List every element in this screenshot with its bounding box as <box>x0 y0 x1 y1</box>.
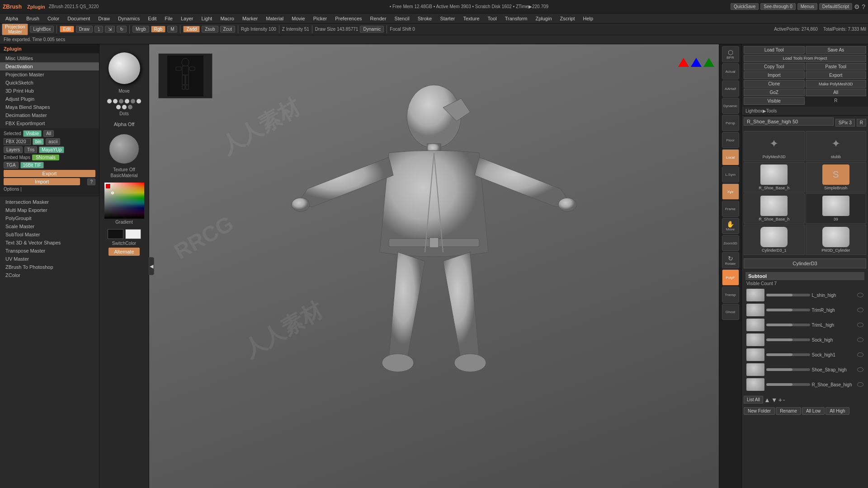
menu-stroke[interactable]: Stroke <box>414 15 436 22</box>
all-fbx-btn[interactable]: All <box>43 130 54 137</box>
frame-btn[interactable]: Frame <box>722 201 739 217</box>
subtool-eye-sock-high1[interactable] <box>857 352 863 357</box>
subtool-slider-trimr-high[interactable] <box>766 309 810 311</box>
tool-pm3d-cylinder[interactable]: PM3D_Cylinder <box>806 225 867 255</box>
16bit-tif-btn[interactable]: 16Bit TIF <box>20 162 44 169</box>
left-item-projection-master[interactable]: Projection Master <box>0 70 99 79</box>
left-item-quicksketch[interactable]: QuickSketch <box>0 79 99 87</box>
left-item-text-3d[interactable]: Text 3D & Vector Shapes <box>0 239 99 247</box>
snormals-btn[interactable]: SNormals <box>32 155 59 160</box>
see-through-btn[interactable]: See-through 0 <box>760 3 795 10</box>
subtool-eye-r-shoe-base-high[interactable] <box>857 382 863 387</box>
export-btn-right[interactable]: Export <box>806 71 867 79</box>
save-as-btn[interactable]: Save As <box>806 46 867 54</box>
transp-btn[interactable]: Transp <box>722 286 739 303</box>
dot-4[interactable] <box>125 99 129 103</box>
dot-3[interactable] <box>119 99 123 103</box>
minus-icon[interactable]: - <box>783 396 785 404</box>
tool-r-shoe-base-h[interactable]: R_Shoe_Base_h <box>744 162 805 192</box>
arrow-down-icon[interactable]: ▼ <box>771 396 778 404</box>
left-item-fbx-exportimport[interactable]: FBX ExportImport <box>0 119 99 127</box>
menu-help[interactable]: Help <box>580 15 597 22</box>
menu-texture[interactable]: Texture <box>459 15 483 22</box>
zsub-btn[interactable]: Zsub <box>202 26 218 33</box>
lsym-btn[interactable]: L.Sym <box>722 166 739 183</box>
subtool-slider-triml-high[interactable] <box>766 324 810 326</box>
subtool-slider-shoe-strap-high[interactable] <box>766 368 810 371</box>
switch-color-white[interactable] <box>125 229 141 239</box>
left-item-subtool-master[interactable]: SubTool Master <box>0 230 99 239</box>
left-item-scale-master[interactable]: Scale Master <box>0 222 99 230</box>
menu-color[interactable]: Color <box>44 15 63 22</box>
menu-dynamics[interactable]: Dynamics <box>114 15 143 22</box>
subtool-slider-l-shin-high[interactable] <box>766 294 810 296</box>
subtool-item-r-shoe-base-high[interactable]: R_Shoe_Base_high <box>745 377 864 392</box>
zadd-btn[interactable]: Zadd <box>183 26 200 33</box>
lightbox-btn[interactable]: LightBox <box>30 26 54 33</box>
left-item-misc-utilities[interactable]: Misc Utilities <box>0 54 99 62</box>
rotate-btn[interactable]: ↻ <box>117 26 127 33</box>
clone-btn[interactable]: Clone <box>744 80 805 88</box>
draw-btn[interactable]: Draw <box>76 26 93 33</box>
subtool-item-l-shin-high[interactable]: L_shin_high <box>745 288 864 302</box>
tga-btn[interactable]: TGA <box>4 162 19 169</box>
switch-color-black[interactable] <box>108 229 123 239</box>
left-item-transpose-master[interactable]: Transpose Master <box>0 247 99 255</box>
bin-btn[interactable]: bin <box>33 138 44 145</box>
left-item-intersection-masker[interactable]: Intersection Masker <box>0 198 99 206</box>
subtool-slider-sock-high[interactable] <box>766 338 810 341</box>
default-script-btn[interactable]: DefaultlScript <box>819 3 852 10</box>
subtool-item-trimr-high[interactable]: TrimR_high <box>745 303 864 317</box>
import-btn-right[interactable]: Import <box>744 71 805 79</box>
actual-btn[interactable]: Actual <box>722 63 739 80</box>
dynamic-btn-toolbar[interactable]: Dynamic <box>360 26 384 33</box>
subtool-eye-shoe-strap-high[interactable] <box>857 367 863 372</box>
tool-stubb[interactable]: ✦ stubb <box>806 131 867 161</box>
help-fbx-btn[interactable]: ? <box>87 178 95 185</box>
tool-cylinder3d-1[interactable]: CylinderD3_1 <box>744 225 805 255</box>
plus-icon[interactable]: + <box>778 396 782 404</box>
menu-file[interactable]: File <box>161 15 176 22</box>
mayayup-btn[interactable]: MayaYUp <box>39 146 64 153</box>
tool-name-input[interactable] <box>744 117 834 126</box>
local-btn[interactable]: Local <box>722 149 739 165</box>
dot-1[interactable] <box>107 99 112 103</box>
aahalf-btn[interactable]: AAHalf <box>722 80 739 97</box>
all-high-btn[interactable]: All High <box>826 407 849 415</box>
dot-2[interactable] <box>113 99 118 103</box>
subtool-item-sock-high[interactable]: Sock_high <box>745 333 864 347</box>
subtool-slider-sock-high1[interactable] <box>766 353 810 356</box>
all-low-btn[interactable]: All Low <box>802 407 825 415</box>
menu-material[interactable]: Material <box>262 15 287 22</box>
menu-layer[interactable]: Layer <box>177 15 197 22</box>
menu-picker[interactable]: Picker <box>310 15 331 22</box>
subtool-eye-trimr-high[interactable] <box>857 308 863 312</box>
spix-btn[interactable]: SPix 3 <box>835 119 855 127</box>
canvas-area[interactable]: 人人素材 RRCG 人人素材 <box>149 44 719 488</box>
menu-alpha[interactable]: Alpha <box>2 15 22 22</box>
dynamic-icon-btn[interactable]: Dynamic <box>722 98 739 114</box>
ascii-btn[interactable]: ascii <box>46 138 60 145</box>
menu-preferences[interactable]: Preferences <box>331 15 365 22</box>
tool-polymesh3d[interactable]: ✦ PolyMesh3D <box>744 131 805 161</box>
dot-7[interactable] <box>116 105 121 109</box>
move-icon-btn[interactable]: ✋ Move <box>722 218 739 234</box>
scale-btn[interactable]: ⇲ <box>105 26 115 33</box>
export-btn[interactable]: Export <box>4 170 95 177</box>
left-item-multi-map-exporter[interactable]: Multi Map Exporter <box>0 206 99 214</box>
left-item-polygroupit[interactable]: PolyGroupit <box>0 214 99 222</box>
left-item-adjust-plugin[interactable]: Adjust Plugin <box>0 95 99 103</box>
left-item-maya-blend-shapes[interactable]: Maya Blend Shapes <box>0 103 99 111</box>
subtool-item-triml-high[interactable]: TrimL_high <box>745 318 864 332</box>
menu-marker[interactable]: Marker <box>239 15 261 22</box>
paste-tool-btn[interactable]: Paste Tool <box>806 63 867 70</box>
cylinder3d-btn[interactable]: CylinderD3 <box>744 258 866 268</box>
menu-brush[interactable]: Brush <box>23 15 43 22</box>
subtool-item-shoe-strap-high[interactable]: Shoe_Strap_high <box>745 362 864 377</box>
menu-tool[interactable]: Tool <box>484 15 500 22</box>
goz-btn[interactable]: GoZ <box>744 89 805 96</box>
tris-btn[interactable]: Tris <box>24 146 37 153</box>
rename-btn[interactable]: Rename <box>776 407 801 415</box>
menu-edit[interactable]: Edit <box>144 15 160 22</box>
settings-icon[interactable]: ⚙ <box>854 3 860 10</box>
